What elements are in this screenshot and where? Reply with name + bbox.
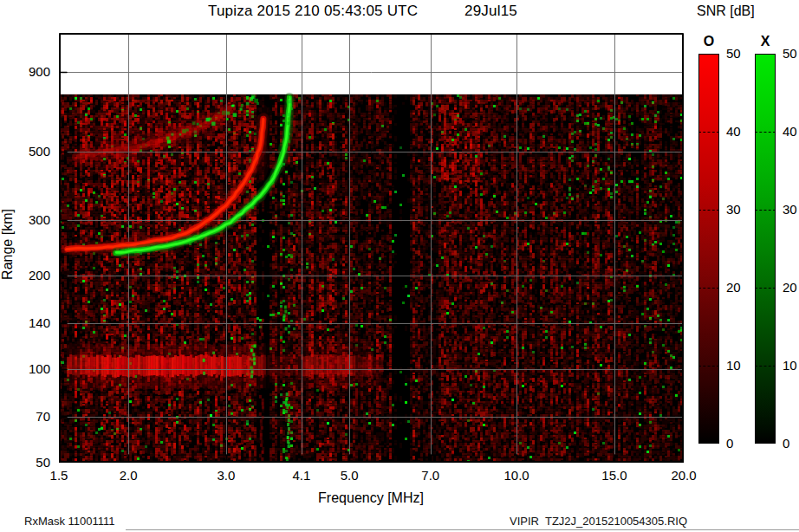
x-tick-label: 20.0 xyxy=(663,469,705,483)
ionogram-page: Tupiza 2015 210 05:43:05 UTC 29Jul15 SNR… xyxy=(0,0,799,532)
colorbar-x xyxy=(755,54,776,444)
y-tick-label: 300 xyxy=(0,213,50,227)
colorbar-tick-label: 10 xyxy=(726,359,754,373)
bottom-divider xyxy=(126,529,799,530)
colorbar-tick-label: 50 xyxy=(783,47,799,61)
x-tick-label: 10.0 xyxy=(496,469,537,483)
colorbar-tick-label: 20 xyxy=(726,281,754,295)
y-tick-label: 140 xyxy=(0,316,50,330)
y-tick-label: 500 xyxy=(0,145,50,159)
colorbar-tick-label: 30 xyxy=(726,203,754,217)
colorbar-tick-dash xyxy=(755,366,776,367)
colorbar-tick-label: 40 xyxy=(726,125,754,139)
colorbar-tick-label: 0 xyxy=(726,437,754,451)
colorbar-tick-dash xyxy=(755,132,776,133)
colorbar-tick-label: 50 xyxy=(726,47,754,61)
file-id-text: VIPIR TZJ2J_2015210054305.RIQ xyxy=(510,515,687,528)
colorbar-tick-dash xyxy=(698,210,719,211)
colorbar-tick-dash xyxy=(698,132,719,133)
rx-mask-text: RxMask 11001111 xyxy=(24,515,115,528)
colorbar-o-label: O xyxy=(698,34,719,49)
colorbar-tick-dash xyxy=(698,366,719,367)
header-date: 29Jul15 xyxy=(464,3,517,20)
colorbar-tick-label: 40 xyxy=(783,125,799,139)
x-tick-label: 4.1 xyxy=(281,469,322,483)
y-tick-label: 70 xyxy=(0,410,50,424)
y-axis-label: Range [km] xyxy=(0,184,16,305)
colorbar-tick-dash xyxy=(755,288,776,289)
x-tick-label: 1.5 xyxy=(38,469,80,483)
colorbar-tick-label: 20 xyxy=(783,281,799,295)
colorbar-tick-label: 0 xyxy=(783,437,799,451)
colorbar-title: SNR [dB] xyxy=(697,3,755,19)
colorbar-tick-dash xyxy=(698,288,719,289)
colorbar-o xyxy=(698,54,719,444)
x-tick-label: 2.0 xyxy=(107,469,149,483)
plot-frame xyxy=(59,33,684,463)
colorbar-tick-label: 10 xyxy=(783,359,799,373)
ionogram-canvas xyxy=(59,33,684,463)
x-tick-label: 7.0 xyxy=(410,469,451,483)
y-tick-label: 50 xyxy=(0,456,50,470)
y-tick-label: 900 xyxy=(0,65,50,79)
colorbar-tick-dash xyxy=(755,210,776,211)
x-tick-label: 15.0 xyxy=(594,469,635,483)
y-tick-label: 200 xyxy=(0,269,50,282)
x-axis-label: Frequency [MHz] xyxy=(232,490,510,506)
page-title: Tupiza 2015 210 05:43:05 UTC xyxy=(208,3,418,20)
colorbar-tick-label: 30 xyxy=(783,203,799,217)
colorbar-x-label: X xyxy=(755,34,776,49)
x-tick-label: 3.0 xyxy=(205,469,247,483)
y-tick-label: 100 xyxy=(0,362,50,376)
x-tick-label: 5.0 xyxy=(328,469,370,483)
